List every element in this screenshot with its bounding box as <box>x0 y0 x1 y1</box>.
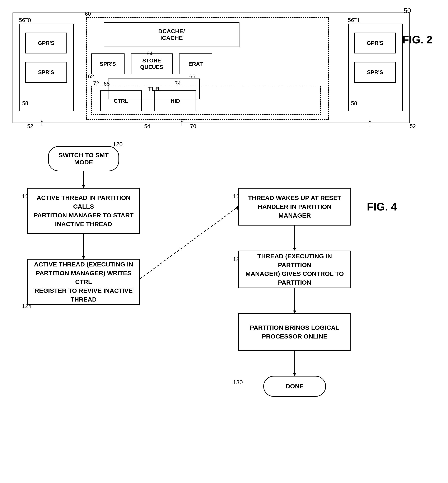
hid-label: HID <box>171 98 180 104</box>
label-t0: T0 <box>24 17 31 23</box>
label-62: 62 <box>88 73 94 80</box>
label-50: 50 <box>403 7 411 15</box>
fig2-outer-box: 50 56 T0 GPR'S SPR'S 58 60 DCACHE/ ICACH… <box>13 13 409 123</box>
svg-marker-7 <box>82 185 85 188</box>
spr-t1-box: SPR'S <box>354 62 396 83</box>
smt-label: SWITCH TO SMT MODE <box>58 152 108 166</box>
ctrl-box: CTRL <box>100 90 142 111</box>
fig2-title: FIG. 2 <box>402 33 432 46</box>
label-52-left: 52 <box>27 123 33 129</box>
label-74: 74 <box>175 80 181 87</box>
svg-marker-9 <box>82 256 85 259</box>
box-122: ACTIVE THREAD IN PARTITION CALLS PARTITI… <box>27 188 140 234</box>
box-124: ACTIVE THREAD (EXECUTING IN PARTITION MA… <box>27 259 140 305</box>
svg-marker-11 <box>236 206 238 210</box>
spr-shared-label: SPR'S <box>100 61 116 67</box>
svg-marker-17 <box>293 373 296 376</box>
label-54: 54 <box>144 123 150 129</box>
label-72: 72 <box>93 80 99 87</box>
ctrl-label: CTRL <box>114 98 128 104</box>
box-126-label: THREAD WAKES UP AT RESET HANDLER IN PART… <box>242 194 347 220</box>
box-128: THREAD (EXECUTING IN PARTITION MANAGER) … <box>238 251 351 288</box>
box-124-label: ACTIVE THREAD (EXECUTING IN PARTITION MA… <box>31 260 136 304</box>
box-130: PARTITION BRINGS LOGICAL PROCESSOR ONLIN… <box>238 313 351 351</box>
gpr-t0-label: GPR'S <box>38 40 55 46</box>
dcache-label: DCACHE/ ICACHE <box>158 28 185 41</box>
box-128-label: THREAD (EXECUTING IN PARTITION MANAGER) … <box>242 252 347 287</box>
store-queues-box: STORE QUEUES <box>131 54 173 74</box>
box-122-label: ACTIVE THREAD IN PARTITION CALLS PARTITI… <box>31 193 136 228</box>
label-58-t0: 58 <box>22 100 28 107</box>
label-130: 130 <box>233 379 243 386</box>
spr-t0-label: SPR'S <box>38 69 54 76</box>
label-58-t1: 58 <box>351 100 357 107</box>
done-oval: DONE <box>263 376 326 397</box>
svg-marker-13 <box>293 248 296 251</box>
thread-t1-box: 56 T1 GPR'S SPR'S 58 <box>348 23 403 111</box>
spr-t0-box: SPR'S <box>25 62 67 83</box>
gpr-t1-box: GPR'S <box>354 32 396 54</box>
fig2-diagram: 50 56 T0 GPR'S SPR'S 58 60 DCACHE/ ICACH… <box>8 8 439 129</box>
done-label: DONE <box>286 383 304 390</box>
box-126: THREAD WAKES UP AT RESET HANDLER IN PART… <box>238 188 351 226</box>
fig4-diagram: FIG. 4 120 SWITCH TO SMT MODE 122 ACTIVE… <box>8 142 439 476</box>
box-130-label: PARTITION BRINGS LOGICAL PROCESSOR ONLIN… <box>250 323 339 341</box>
fig4-title: FIG. 4 <box>367 201 397 213</box>
label-70: 70 <box>190 123 196 129</box>
erat-box: ERAT <box>179 54 212 74</box>
smt-oval: SWITCH TO SMT MODE <box>48 146 119 171</box>
label-60: 60 <box>85 11 91 17</box>
spr-t1-label: SPR'S <box>367 69 383 76</box>
shared-resources-box: 60 DCACHE/ ICACHE 64 SPR'S 62 STORE QUEU… <box>86 17 329 120</box>
label-52-right: 52 <box>410 123 416 129</box>
spr-shared-box: SPR'S <box>91 54 125 74</box>
svg-marker-15 <box>293 311 296 313</box>
thread-t0-box: 56 T0 GPR'S SPR'S 58 <box>19 23 74 111</box>
hid-box: HID <box>154 90 196 111</box>
gpr-t1-label: GPR'S <box>367 40 384 46</box>
ctrl-hid-box: CTRL HID <box>91 86 321 115</box>
dcache-box: DCACHE/ ICACHE <box>104 22 240 47</box>
label-120: 120 <box>113 141 123 148</box>
gpr-t0-box: GPR'S <box>25 32 67 54</box>
svg-line-10 <box>140 207 238 279</box>
label-t1: T1 <box>353 17 360 23</box>
store-queues-label: STORE QUEUES <box>140 57 163 70</box>
erat-label: ERAT <box>188 61 203 67</box>
